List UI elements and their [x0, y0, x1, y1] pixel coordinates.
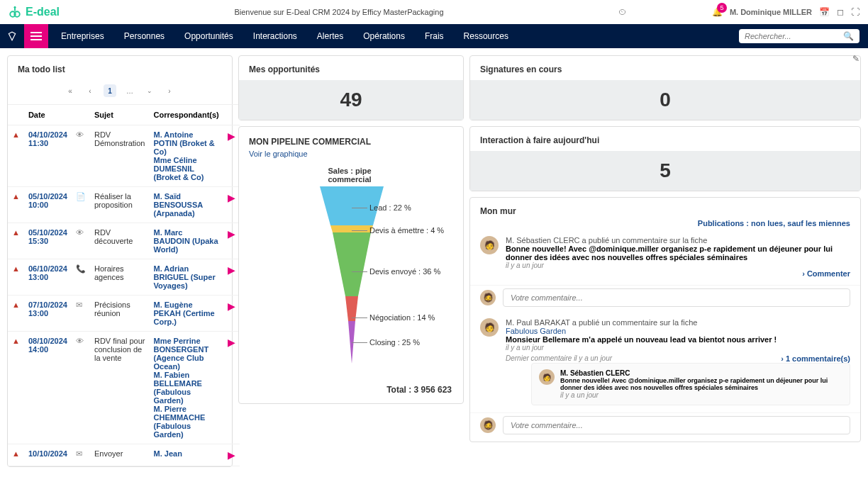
- todo-row[interactable]: ▲05/10/202410:00📄Réaliser la proposition…: [8, 187, 240, 223]
- todo-correspondents[interactable]: M. Marc BAUDOIN (Upaka World): [150, 223, 223, 259]
- th-sujet[interactable]: Sujet: [90, 105, 150, 125]
- menu-toggle-button[interactable]: [24, 24, 48, 48]
- warning-icon: ▲: [12, 300, 20, 309]
- pager-first-button[interactable]: [64, 84, 77, 97]
- th-correspondants[interactable]: Correspondant(s): [150, 105, 223, 125]
- todo-row[interactable]: ▲10/10/2024✉EnvoyerM. Jean▶: [8, 444, 240, 466]
- todo-row[interactable]: ▲04/10/202411:30👁RDV DémonstrationM. Ant…: [8, 125, 240, 187]
- svg-point-2: [14, 6, 16, 9]
- todo-row[interactable]: ▲05/10/202415:30👁RDV découverteM. Marc B…: [8, 223, 240, 259]
- comment-action-link[interactable]: › Commenter: [506, 269, 850, 278]
- play-button[interactable]: ▶: [228, 337, 235, 348]
- pipeline-view-graph-link[interactable]: Voir le graphique: [239, 150, 463, 164]
- current-user-label[interactable]: M. Dominique MILLER: [730, 8, 812, 16]
- nav-item-opérations[interactable]: Opérations: [363, 31, 405, 41]
- comment-input-row: 🧔: [470, 413, 860, 442]
- nav-item-opportunités[interactable]: Opportunités: [184, 31, 233, 41]
- wall-card: Mon mur Publications : non lues, sauf le…: [469, 197, 861, 442]
- pager-current-page[interactable]: 1: [104, 84, 116, 97]
- play-button[interactable]: ▶: [228, 300, 235, 312]
- avatar: 🧑: [539, 369, 555, 385]
- th-date[interactable]: Date: [24, 105, 72, 125]
- more-comments-link[interactable]: › 1 commentaire(s): [781, 354, 850, 363]
- todo-row[interactable]: ▲08/10/202414:00👁RDV final pour conclusi…: [8, 332, 240, 444]
- main-navbar: EntreprisesPersonnesOpportunitésInteract…: [0, 24, 868, 48]
- todo-correspondents[interactable]: Mme Perrine BONSERGENT (Agence Club Ocea…: [150, 332, 223, 444]
- nav-item-frais[interactable]: Frais: [425, 31, 444, 41]
- channel-icon: 📞: [76, 264, 86, 273]
- todo-date[interactable]: 05/10/202415:30: [28, 228, 67, 245]
- pager-more-button[interactable]: …: [123, 84, 136, 97]
- pipeline-title: MON PIPELINE COMMERCIAL: [239, 127, 463, 150]
- warning-icon: ▲: [12, 264, 20, 273]
- channel-icon: ✉: [76, 300, 82, 309]
- nav-item-interactions[interactable]: Interactions: [253, 31, 297, 41]
- logo[interactable]: E-deal: [9, 6, 60, 18]
- todo-date[interactable]: 04/10/202411:30: [28, 130, 67, 147]
- comment-field[interactable]: [503, 416, 850, 434]
- signatures-title: Signatures en cours: [470, 56, 860, 80]
- nav-item-alertes[interactable]: Alertes: [317, 31, 343, 41]
- nav-item-entreprises[interactable]: Entreprises: [61, 31, 104, 41]
- todo-date[interactable]: 10/10/2024: [28, 449, 67, 458]
- todo-correspondents[interactable]: M. Adrian BRIGUEL (Super Voyages): [150, 259, 223, 296]
- todo-correspondents[interactable]: M. Eugène PEKAH (Certime Corp.): [150, 296, 223, 332]
- post-time: il y a un jour: [506, 262, 850, 269]
- todo-date[interactable]: 07/10/202413:00: [28, 300, 67, 317]
- pager-prev-button[interactable]: [84, 84, 96, 97]
- todo-title: Ma todo list: [8, 56, 232, 80]
- pager-dropdown-button[interactable]: [143, 84, 156, 97]
- post-record-link[interactable]: Fabulous Garden: [506, 327, 566, 335]
- tablet-icon[interactable]: ◻: [837, 7, 844, 17]
- warning-icon: ▲: [12, 337, 20, 345]
- play-button[interactable]: ▶: [228, 192, 235, 203]
- todo-row[interactable]: ▲07/10/202413:00✉Précisions réunionM. Eu…: [8, 296, 240, 332]
- todo-date[interactable]: 05/10/202410:00: [28, 192, 67, 209]
- todo-table: Date Sujet Correspondant(s) ▲04/10/20241…: [8, 104, 240, 466]
- logo-icon: [9, 6, 21, 18]
- post-author-line: M. Paul BARAKAT a publié un commentaire …: [506, 318, 850, 327]
- pipeline-card: MON PIPELINE COMMERCIAL Voir le graphiqu…: [238, 126, 464, 404]
- todo-subject: Horaires agences: [90, 259, 150, 296]
- nav-item-personnes[interactable]: Personnes: [124, 31, 165, 41]
- todo-card: Ma todo list 1 … Date Sujet Correspondan…: [7, 55, 233, 467]
- play-button[interactable]: ▶: [228, 228, 235, 240]
- todo-subject: RDV Démonstration: [90, 125, 150, 187]
- topbar: E-deal Bienvenue sur E-Deal CRM 2024 by …: [0, 0, 868, 24]
- expand-icon[interactable]: ⛶: [851, 7, 859, 17]
- notifications-button[interactable]: 🔔 5: [712, 7, 723, 17]
- todo-correspondents[interactable]: M. Antoine POTIN (Broket & Co)Mme Céline…: [150, 125, 223, 187]
- todo-correspondents[interactable]: M. Saïd BENSOUSSA (Arpanada): [150, 187, 223, 223]
- todo-subject: Envoyer: [90, 444, 150, 466]
- global-search[interactable]: 🔍: [739, 29, 859, 43]
- nav-item-ressources[interactable]: Ressources: [464, 31, 508, 41]
- avatar: 🧑: [480, 318, 499, 337]
- play-button[interactable]: ▶: [228, 130, 235, 142]
- todo-row[interactable]: ▲06/10/202413:00📞Horaires agencesM. Adri…: [8, 259, 240, 296]
- todo-correspondents[interactable]: M. Jean: [150, 444, 223, 466]
- search-icon: 🔍: [843, 31, 854, 41]
- funnel-caption: Sales : pipe commercial: [314, 167, 385, 184]
- play-button[interactable]: ▶: [228, 449, 235, 461]
- opportunities-count: 49: [239, 80, 463, 120]
- play-button[interactable]: ▶: [228, 264, 235, 276]
- home-diamond-button[interactable]: [0, 31, 24, 41]
- todo-date[interactable]: 08/10/202414:00: [28, 337, 67, 354]
- svg-marker-4: [330, 225, 373, 232]
- wall-title: Mon mur: [480, 206, 516, 216]
- todo-subject: Réaliser la proposition: [90, 187, 150, 223]
- pipeline-total: Total : 3 956 623: [239, 381, 463, 403]
- wall-post: 🧑M. Paul BARAKAT a publié un commentaire…: [470, 314, 860, 413]
- wall-filter-link[interactable]: Publications : non lues, sauf les mienne…: [470, 219, 860, 232]
- calendar-icon[interactable]: 📅: [819, 7, 830, 17]
- diamond-icon: [7, 31, 17, 41]
- pager-next-button[interactable]: [163, 84, 176, 97]
- comment-field[interactable]: [503, 288, 850, 307]
- edit-dashboard-button[interactable]: ✎: [852, 54, 859, 64]
- todo-date[interactable]: 06/10/202413:00: [28, 264, 67, 281]
- last-comment-label: Dernier commentaire il y a un jour: [506, 354, 612, 363]
- logo-text: E-deal: [26, 6, 60, 18]
- search-input[interactable]: [745, 32, 843, 40]
- clock-icon[interactable]: ⏲: [618, 7, 627, 17]
- post-time: il y a un jour: [506, 344, 850, 352]
